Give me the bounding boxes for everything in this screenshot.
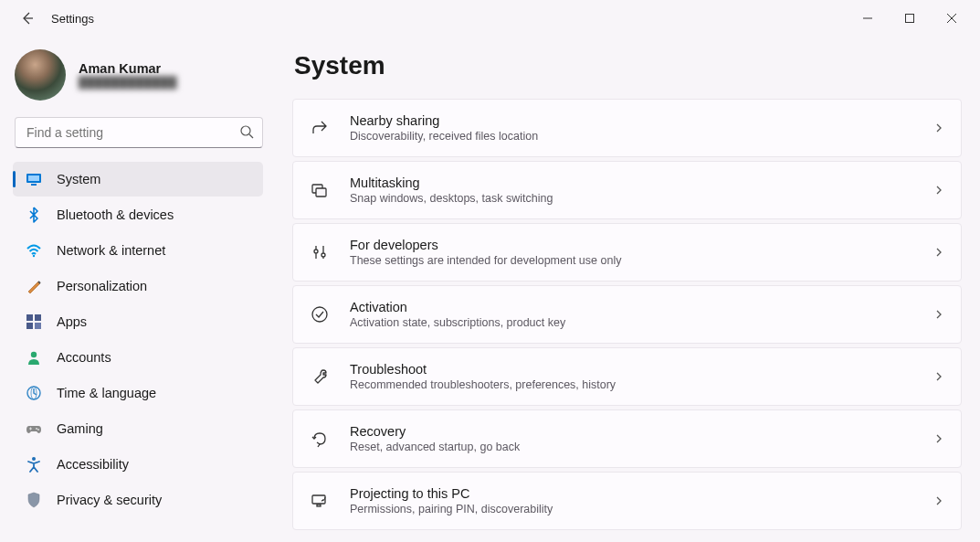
main-content: System Nearby sharingDiscoverability, re… [274, 37, 980, 542]
card-title: Projecting to this PC [350, 486, 933, 501]
nav-item-privacy[interactable]: Privacy & security [13, 483, 263, 517]
accessibility-icon [26, 456, 42, 473]
close-icon [947, 14, 956, 23]
card-title: Troubleshoot [350, 362, 933, 377]
paintbrush-icon [26, 278, 42, 294]
nav-label: Time & language [57, 386, 156, 400]
card-title: Multitasking [350, 175, 933, 190]
nav-item-bluetooth[interactable]: Bluetooth & devices [13, 197, 263, 232]
tools-icon [310, 242, 330, 262]
card-desc: Reset, advanced startup, go back [350, 441, 933, 453]
svg-point-5 [33, 255, 35, 257]
maximize-button[interactable] [889, 4, 931, 33]
clock-globe-icon [26, 385, 42, 401]
svg-rect-7 [35, 314, 41, 321]
nav-item-gaming[interactable]: Gaming [13, 411, 263, 446]
close-button[interactable] [931, 4, 973, 33]
titlebar: Settings [0, 0, 980, 37]
nav-label: Apps [57, 314, 87, 329]
svg-rect-3 [28, 175, 39, 181]
svg-point-18 [312, 307, 327, 322]
nav-item-accessibility[interactable]: Accessibility [13, 447, 263, 482]
svg-point-14 [37, 429, 39, 430]
nav-label: Network & internet [57, 243, 165, 258]
card-recovery[interactable]: RecoveryReset, advanced startup, go back [292, 409, 962, 468]
card-title: Activation [350, 300, 933, 314]
wifi-icon [26, 242, 42, 259]
card-multitasking[interactable]: MultitaskingSnap windows, desktops, task… [292, 161, 962, 219]
system-icon [26, 171, 42, 187]
chevron-right-icon [933, 185, 944, 196]
profile-email: ████████████ [79, 76, 177, 89]
gamepad-icon [26, 420, 42, 437]
card-for-developers[interactable]: For developersThese settings are intende… [292, 223, 962, 282]
nav-label: Bluetooth & devices [57, 207, 174, 222]
recovery-icon [310, 429, 330, 449]
nav-label: Privacy & security [57, 493, 162, 507]
page-heading: System [294, 51, 962, 80]
chevron-right-icon [933, 309, 944, 320]
projecting-icon [310, 491, 330, 511]
maximize-icon [905, 14, 914, 23]
svg-rect-4 [31, 184, 37, 186]
minimize-button[interactable] [847, 4, 889, 33]
card-projecting[interactable]: Projecting to this PCPermissions, pairin… [292, 472, 962, 530]
card-title: Recovery [350, 424, 933, 439]
svg-rect-20 [317, 505, 321, 506]
profile-name: Aman Kumar [79, 61, 177, 76]
svg-rect-6 [26, 314, 33, 321]
multitasking-icon [310, 180, 330, 200]
profile-block[interactable]: Aman Kumar ████████████ [9, 44, 269, 113]
card-title: Nearby sharing [350, 113, 933, 128]
card-desc: Activation state, subscriptions, product… [350, 316, 933, 329]
card-desc: These settings are intended for developm… [350, 254, 933, 267]
svg-rect-8 [26, 323, 33, 329]
wrench-icon [310, 367, 330, 387]
bluetooth-icon [26, 207, 42, 223]
svg-point-10 [31, 352, 37, 357]
nav-item-system[interactable]: System [13, 162, 263, 197]
nav-item-apps[interactable]: Apps [13, 304, 263, 339]
chevron-right-icon [933, 122, 944, 133]
nav-label: Gaming [57, 421, 103, 436]
svg-rect-9 [35, 323, 41, 329]
nav-list: System Bluetooth & devices Network & int… [9, 161, 269, 542]
search-input[interactable] [15, 117, 263, 148]
nav-item-personalization[interactable]: Personalization [13, 269, 263, 303]
svg-rect-0 [906, 15, 914, 23]
window-title: Settings [51, 12, 94, 26]
chevron-right-icon [933, 247, 944, 258]
svg-point-15 [32, 457, 36, 461]
card-desc: Snap windows, desktops, task switching [350, 192, 933, 205]
search-container [15, 117, 263, 148]
avatar [15, 49, 66, 101]
card-title: For developers [350, 238, 933, 252]
nav-label: System [57, 172, 100, 186]
back-button[interactable] [13, 4, 42, 33]
person-icon [26, 349, 42, 366]
chevron-right-icon [933, 495, 944, 506]
arrow-left-icon [20, 11, 35, 26]
nav-label: Accounts [57, 350, 111, 365]
minimize-icon [863, 14, 872, 23]
card-troubleshoot[interactable]: TroubleshootRecommended troubleshooters,… [292, 347, 962, 406]
search-icon [239, 124, 254, 139]
svg-point-1 [241, 126, 250, 135]
shield-icon [26, 492, 42, 508]
svg-rect-17 [316, 188, 326, 197]
svg-point-13 [36, 428, 37, 430]
share-icon [310, 118, 330, 138]
nav-item-time[interactable]: Time & language [13, 376, 263, 410]
nav-label: Accessibility [57, 457, 129, 472]
sidebar: Aman Kumar ████████████ System Bluetooth… [0, 37, 274, 542]
card-desc: Discoverability, received files location [350, 130, 933, 143]
card-nearby-sharing[interactable]: Nearby sharingDiscoverability, received … [292, 99, 962, 157]
card-desc: Recommended troubleshooters, preferences… [350, 378, 933, 391]
nav-label: Personalization [57, 279, 147, 293]
apps-icon [26, 314, 42, 330]
card-activation[interactable]: ActivationActivation state, subscription… [292, 285, 962, 344]
chevron-right-icon [933, 371, 944, 382]
card-desc: Permissions, pairing PIN, discoverabilit… [350, 503, 933, 515]
nav-item-accounts[interactable]: Accounts [13, 340, 263, 375]
nav-item-network[interactable]: Network & internet [13, 233, 263, 268]
